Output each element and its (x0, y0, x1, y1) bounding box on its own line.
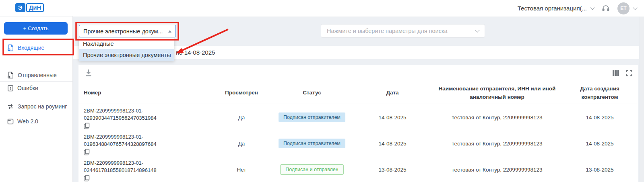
table-row[interactable]: 2ВМ-2209999998123-01- 019634884076574432… (78, 130, 638, 156)
top-header: Э ДиН Тестовая организация(... ET (0, 0, 644, 16)
download-icon[interactable] (83, 68, 94, 79)
sidebar-item-label: Отправленные (18, 72, 57, 78)
viewed-cell: Да (211, 115, 272, 121)
chevron-down-icon (590, 5, 594, 10)
date-cell: 13-08-2025 (352, 167, 433, 173)
column-header-date[interactable]: Дата (352, 89, 433, 97)
copy-icon[interactable] (84, 175, 90, 182)
document-number-line2: 0244617818558018714896148 (84, 167, 211, 174)
dropdown-option-waybills[interactable]: Накладные (79, 38, 174, 49)
app-page: Э ДиН Тестовая организация(... ET + Со (0, 0, 644, 182)
sidebar-item-errors[interactable]: Ошибки (0, 82, 73, 94)
roaming-arrows-icon (7, 104, 14, 110)
table-toolbar (78, 65, 638, 82)
avatar: ET (617, 2, 630, 14)
documents-table-card: Номер Просмотрен Статус Дата Наименовани… (78, 65, 638, 182)
sidebar-item-web20[interactable]: Web 2.0 (0, 115, 73, 128)
search-params-select[interactable] (321, 24, 485, 38)
sidebar-item-label: Web 2.0 (17, 118, 38, 125)
column-header-number[interactable]: Номер (78, 89, 211, 97)
column-header-status[interactable]: Статус (272, 89, 352, 97)
date-cell: 14-08-2025 (352, 141, 433, 147)
document-number-line1: 2ВМ-2209999998123-01- (84, 107, 211, 115)
chevron-down-icon (633, 5, 637, 10)
doc-type-select-value: Прочие электронные докум... (83, 28, 166, 35)
edin-logo[interactable]: Э ДиН (15, 3, 44, 12)
column-header-sender[interactable]: Наименование отправителя, ИНН или иной а… (433, 85, 561, 102)
chevron-down-icon (475, 28, 479, 32)
sidebar-item-roaming[interactable]: Запрос на роуминг (0, 99, 73, 114)
viewed-cell: Нет (211, 167, 272, 173)
sender-cell: тестовая от Контур, 2209999998123 (433, 115, 561, 121)
document-number-cell: 2ВМ-2209999998123-01- 019634884076574432… (78, 130, 211, 157)
sidebar-item-sent[interactable]: Отправленные (0, 69, 73, 82)
document-number-line2: 0196348840765744328897684 (84, 141, 211, 148)
dropdown-option-other-docs[interactable]: Прочие электронные документы (79, 49, 174, 61)
sender-cell: тестовая от Контур, 2209999998123 (433, 167, 561, 173)
browser-window-icon (7, 119, 14, 125)
status-badge: Подписан отправителем (279, 112, 345, 122)
columns-icon[interactable] (612, 70, 619, 76)
created-date-cell: 13-08-2025 (561, 167, 638, 173)
document-incoming-icon (7, 44, 14, 51)
caret-up-icon (168, 30, 171, 33)
scrollbar[interactable] (640, 17, 644, 182)
created-date-cell: 14-08-2025 (561, 115, 638, 121)
period-date-text: по 14-08-2025 (176, 49, 215, 56)
document-number-cell: 2ВМ-2209999998123-01- 029390344715956247… (78, 104, 211, 131)
search-input[interactable] (327, 28, 476, 34)
user-menu[interactable]: ET (617, 2, 637, 14)
column-header-viewed[interactable]: Просмотрен (211, 89, 272, 97)
sidebar-item-label: Запрос на роуминг (18, 103, 67, 110)
document-number-line1: 2ВМ-2209999998123-01- (84, 160, 211, 167)
copy-icon[interactable] (84, 123, 90, 131)
create-button[interactable]: + Создать (4, 22, 68, 35)
fullscreen-icon[interactable] (626, 70, 632, 76)
sender-cell: тестовая от Контур, 2209999998123 (433, 141, 561, 147)
organization-selector[interactable]: Тестовая организация(... (518, 5, 594, 12)
table-row[interactable]: 2ВМ-2209999998123-01- 029390344715956247… (78, 104, 638, 130)
document-outgoing-icon (7, 72, 14, 79)
logo-right-part: ДиН (26, 3, 44, 12)
column-header-created[interactable]: Дата создания контрагентом (561, 85, 638, 102)
copy-icon[interactable] (84, 149, 90, 157)
document-number-cell: 2ВМ-2209999998123-01- 024461781855801871… (78, 156, 211, 182)
logo-left-part: Э (15, 3, 25, 12)
sidebar: + Создать Входящие Отправленные (0, 16, 73, 182)
support-headset-icon[interactable] (601, 4, 610, 13)
date-cell: 14-08-2025 (352, 115, 433, 121)
status-badge: Подписан отправителем (279, 139, 345, 148)
error-clipboard-icon (7, 85, 14, 92)
document-number-line2: 0293903447159562470351984 (84, 115, 211, 122)
doc-type-dropdown-menu: Накладные Прочие электронные документы (79, 38, 174, 61)
organization-name: Тестовая организация(... (518, 5, 587, 12)
status-badge: Подписан и отправлен (280, 164, 343, 175)
table-row[interactable]: 2ВМ-2209999998123-01- 024461781855801871… (78, 156, 638, 182)
table-body: 2ВМ-2209999998123-01- 029390344715956247… (78, 104, 638, 182)
created-date-cell: 14-08-2025 (561, 141, 638, 147)
table-header-row: Номер Просмотрен Статус Дата Наименовани… (78, 82, 638, 104)
sidebar-item-label: Ошибки (17, 85, 38, 91)
sidebar-item-label: Входящие (18, 45, 44, 51)
sidebar-item-incoming[interactable]: Входящие (0, 41, 73, 55)
viewed-cell: Да (211, 141, 272, 147)
document-number-line1: 2ВМ-2209999998123-01- (84, 133, 211, 141)
sidebar-divider (0, 81, 73, 82)
doc-type-select[interactable]: Прочие электронные докум... (79, 25, 176, 37)
